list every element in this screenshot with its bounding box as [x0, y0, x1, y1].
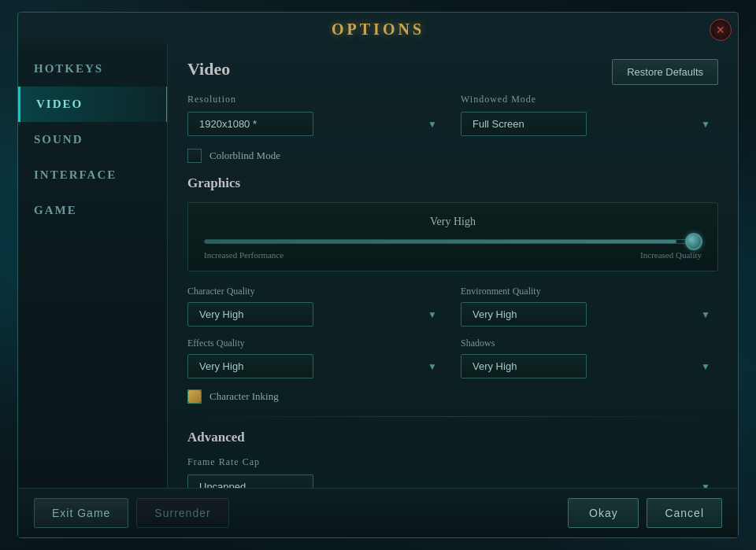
- slider-label-left: Increased Performance: [204, 250, 284, 260]
- shadows-label: Shadows: [461, 338, 718, 349]
- resolution-field: Resolution 1920x1080 * 1280x720 1024x768…: [187, 94, 445, 136]
- shadows-dropdown-wrapper: Very High High Medium Low Off ▼: [461, 354, 718, 378]
- graphics-slider-track[interactable]: [204, 239, 702, 244]
- frame-rate-dropdown-wrapper: Uncapped 30 FPS 60 FPS 144 FPS ▼: [187, 474, 718, 488]
- restore-defaults-button[interactable]: Restore Defaults: [612, 59, 718, 85]
- resolution-dropdown[interactable]: 1920x1080 * 1280x720 1024x768: [187, 112, 313, 136]
- character-inking-icon: [188, 390, 201, 403]
- cancel-button[interactable]: Cancel: [647, 498, 722, 528]
- okay-button[interactable]: Okay: [568, 498, 639, 528]
- frame-rate-arrow: ▼: [701, 481, 710, 488]
- windowed-mode-field: Windowed Mode Full Screen Windowed Borde…: [461, 94, 718, 136]
- sidebar-item-sound[interactable]: SOUND: [18, 122, 167, 157]
- graphics-slider-container: Very High Increased Performance Increase…: [187, 202, 718, 271]
- windowed-mode-dropdown-wrapper: Full Screen Windowed Borderless ▼: [461, 112, 718, 136]
- environment-quality-dropdown[interactable]: Very High High Medium Low: [461, 302, 587, 327]
- graphics-slider-thumb[interactable]: [685, 233, 702, 250]
- character-quality-arrow: ▼: [428, 308, 437, 320]
- environment-quality-label: Environment Quality: [461, 286, 718, 297]
- effects-quality-dropdown-wrapper: Very High High Medium Low ▼: [187, 354, 445, 378]
- character-quality-label: Character Quality: [187, 286, 445, 297]
- footer: Exit Game Surrender Okay Cancel: [18, 488, 738, 537]
- resolution-dropdown-wrapper: 1920x1080 * 1280x720 1024x768 ▼: [187, 112, 445, 136]
- character-inking-row: Character Inking: [187, 389, 718, 404]
- windowed-mode-dropdown-arrow: ▼: [701, 118, 710, 130]
- exit-game-button[interactable]: Exit Game: [34, 498, 128, 528]
- slider-label-right: Increased Quality: [640, 250, 702, 260]
- character-quality-dropdown[interactable]: Very High High Medium Low: [187, 302, 313, 327]
- sidebar-item-video[interactable]: VIDEO: [18, 87, 167, 122]
- windowed-mode-label: Windowed Mode: [461, 94, 718, 105]
- colorblind-row: Colorblind Mode: [187, 149, 718, 163]
- options-window: OPTIONS ✕ HOTKEYS VIDEO SOUND INTERFACE …: [17, 12, 739, 538]
- resolution-dropdown-arrow: ▼: [428, 118, 437, 130]
- sidebar-item-game[interactable]: GAME: [18, 193, 167, 228]
- character-quality-field: Character Quality Very High High Medium …: [187, 286, 445, 327]
- character-inking-label: Character Inking: [209, 390, 279, 403]
- shadows-field: Shadows Very High High Medium Low Off ▼: [461, 338, 718, 378]
- divider: [187, 416, 718, 417]
- quality-row-1: Character Quality Very High High Medium …: [187, 286, 718, 327]
- colorblind-label: Colorblind Mode: [209, 149, 280, 162]
- character-quality-dropdown-wrapper: Very High High Medium Low ▼: [187, 302, 445, 327]
- graphics-heading: Graphics: [187, 175, 718, 191]
- sidebar-item-hotkeys[interactable]: HOTKEYS: [18, 51, 167, 87]
- resolution-label: Resolution: [187, 94, 445, 105]
- windowed-mode-dropdown[interactable]: Full Screen Windowed Borderless: [461, 112, 587, 136]
- environment-quality-arrow: ▼: [701, 308, 710, 320]
- character-inking-checkbox[interactable]: [187, 389, 202, 404]
- surrender-button[interactable]: Surrender: [136, 498, 228, 528]
- graphics-slider-fill: [205, 240, 676, 243]
- frame-rate-field: Frame Rate Cap Uncapped 30 FPS 60 FPS 14…: [187, 456, 718, 488]
- graphics-slider-labels: Increased Performance Increased Quality: [204, 250, 702, 260]
- shadows-dropdown[interactable]: Very High High Medium Low Off: [461, 354, 587, 378]
- main-content: HOTKEYS VIDEO SOUND INTERFACE GAME Video…: [18, 43, 738, 488]
- effects-quality-label: Effects Quality: [187, 338, 445, 349]
- advanced-heading: Advanced: [187, 430, 718, 445]
- sidebar: HOTKEYS VIDEO SOUND INTERFACE GAME: [18, 43, 168, 488]
- shadows-arrow: ▼: [701, 360, 710, 372]
- effects-quality-dropdown[interactable]: Very High High Medium Low: [187, 354, 313, 378]
- environment-quality-dropdown-wrapper: Very High High Medium Low ▼: [461, 302, 718, 327]
- environment-quality-field: Environment Quality Very High High Mediu…: [461, 286, 718, 327]
- resolution-row: Resolution 1920x1080 * 1280x720 1024x768…: [187, 94, 718, 136]
- effects-quality-field: Effects Quality Very High High Medium Lo…: [187, 338, 445, 378]
- sidebar-item-interface[interactable]: INTERFACE: [18, 157, 167, 193]
- frame-rate-label: Frame Rate Cap: [187, 456, 718, 468]
- content-area: Video Restore Defaults Resolution 1920x1…: [168, 43, 738, 488]
- quality-row-2: Effects Quality Very High High Medium Lo…: [187, 338, 718, 378]
- window-title: OPTIONS: [332, 20, 424, 38]
- frame-rate-dropdown[interactable]: Uncapped 30 FPS 60 FPS 144 FPS: [187, 474, 313, 488]
- colorblind-checkbox[interactable]: [187, 149, 202, 163]
- graphics-preset-value: Very High: [204, 216, 702, 228]
- title-bar: OPTIONS ✕: [18, 13, 738, 43]
- effects-quality-arrow: ▼: [428, 360, 437, 372]
- close-button[interactable]: ✕: [710, 19, 732, 41]
